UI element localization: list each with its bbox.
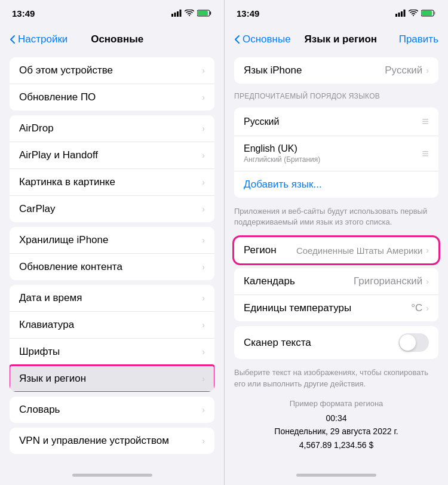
svg-rect-0	[171, 14, 173, 17]
edit-button[interactable]: Править	[391, 33, 438, 45]
chevron-icon: ›	[202, 235, 205, 245]
english-language-row[interactable]: English (UK) Английский (Британия) ≡	[234, 136, 438, 171]
english-lang-subtitle: Английский (Британия)	[244, 155, 422, 164]
region-row[interactable]: Регион Соединенные Штаты Америки ›	[234, 237, 438, 263]
svg-rect-3	[180, 10, 182, 17]
svg-rect-13	[434, 12, 435, 15]
chevron-icon: ›	[426, 277, 429, 286]
home-bar	[72, 474, 152, 477]
drag-handle-icon[interactable]: ≡	[422, 147, 429, 161]
airplay-handoff-row[interactable]: AirPlay и Handoff ›	[10, 142, 214, 169]
left-home-indicator	[0, 465, 224, 485]
chevron-icon: ›	[202, 151, 205, 160]
format-numbers: 4,567.89 1,234.56 $	[234, 438, 438, 452]
about-device-row[interactable]: Об этом устройстве ›	[10, 57, 214, 84]
back-chevron-icon	[234, 35, 240, 44]
dictionary-row[interactable]: Словарь ›	[10, 397, 214, 423]
left-status-icons	[171, 10, 212, 17]
left-page-title: Основные	[67, 33, 167, 45]
language-region-row[interactable]: Язык и регион ›	[10, 366, 214, 392]
chevron-icon: ›	[202, 124, 205, 133]
region-group: Регион Соединенные Штаты Америки ›	[234, 237, 438, 263]
settings-group-4: Дата и время › Клавиатура › Шрифты › Язы…	[10, 285, 214, 392]
right-content: Язык iPhone Русский › ПРЕДПОЧИТАЕМЫЙ ПОР…	[225, 53, 448, 465]
vpn-device-management-row[interactable]: VPN и управление устройством ›	[10, 428, 214, 454]
wifi-icon	[409, 10, 418, 17]
chevron-icon: ›	[202, 262, 205, 272]
date-time-row[interactable]: Дата и время ›	[10, 285, 214, 312]
chevron-icon: ›	[202, 374, 205, 383]
format-time: 00:34	[234, 412, 438, 425]
fonts-row[interactable]: Шрифты ›	[10, 339, 214, 366]
russian-language-row[interactable]: Русский ≡	[234, 108, 438, 136]
iphone-language-group: Язык iPhone Русский ›	[234, 57, 438, 84]
iphone-language-row[interactable]: Язык iPhone Русский ›	[234, 57, 438, 84]
chevron-icon: ›	[202, 66, 205, 75]
text-scanner-toggle[interactable]	[398, 333, 429, 352]
chevron-icon: ›	[202, 436, 205, 446]
settings-group-6: VPN и управление устройством ›	[10, 428, 214, 454]
right-time: 13:49	[237, 8, 259, 19]
home-bar	[296, 474, 376, 477]
right-back-button[interactable]: Основные	[234, 33, 291, 45]
left-nav-bar: Настройки Основные	[0, 26, 224, 53]
left-back-button[interactable]: Настройки	[10, 33, 67, 45]
svg-rect-7	[395, 14, 397, 17]
format-example-section: Пример формата региона 00:34 Понедельник…	[225, 394, 448, 461]
chevron-icon: ›	[202, 204, 205, 214]
svg-rect-12	[422, 11, 432, 16]
format-example-title: Пример формата региона	[234, 399, 438, 408]
airdrop-row[interactable]: AirDrop ›	[10, 115, 214, 142]
text-scanner-group: Сканер текста	[234, 326, 438, 359]
signal-icon	[171, 10, 182, 17]
temperature-row[interactable]: Единицы температуры °C ›	[234, 295, 438, 321]
settings-group-1: Об этом устройстве › Обновление ПО ›	[10, 57, 214, 110]
left-status-bar: 13:49	[0, 0, 224, 26]
drag-handle-icon[interactable]: ≡	[422, 115, 429, 128]
toggle-knob	[400, 334, 416, 351]
right-page-title: Язык и регион	[291, 33, 391, 45]
russian-lang-name: Русский	[244, 116, 422, 127]
svg-rect-10	[404, 10, 406, 17]
battery-icon	[421, 10, 436, 17]
calendar-row[interactable]: Календарь Григорианский ›	[234, 268, 438, 295]
right-home-indicator	[225, 465, 448, 485]
keyboard-row[interactable]: Клавиатура ›	[10, 312, 214, 339]
svg-rect-9	[401, 11, 403, 17]
chevron-icon: ›	[202, 177, 205, 187]
picture-in-picture-row[interactable]: Картинка в картинке ›	[10, 169, 214, 196]
settings-group-3: Хранилище iPhone › Обновление контента ›	[10, 227, 214, 280]
english-lang-name: English (UK)	[244, 143, 422, 154]
format-date: Понедельник, 29 августа 2022 г.	[234, 425, 438, 438]
text-scanner-footer: Выберите текст на изображениях, чтобы ск…	[225, 364, 448, 394]
content-update-row[interactable]: Обновление контента ›	[10, 254, 214, 280]
calendar-group: Календарь Григорианский › Единицы темпер…	[234, 268, 438, 321]
svg-rect-1	[174, 13, 176, 17]
chevron-icon: ›	[202, 405, 205, 415]
chevron-icon: ›	[426, 66, 429, 75]
text-scanner-row: Сканер текста	[234, 326, 438, 359]
iphone-storage-row[interactable]: Хранилище iPhone ›	[10, 227, 214, 254]
svg-rect-2	[177, 11, 179, 17]
signal-icon	[395, 10, 406, 17]
chevron-icon: ›	[202, 293, 205, 303]
svg-rect-6	[210, 12, 211, 15]
back-chevron-icon	[10, 35, 16, 44]
software-update-row[interactable]: Обновление ПО ›	[10, 84, 214, 110]
svg-rect-8	[398, 13, 400, 17]
chevron-icon: ›	[202, 93, 205, 102]
left-screen: 13:49	[0, 0, 224, 485]
settings-group-2: AirDrop › AirPlay и Handoff › Картинка в…	[10, 115, 214, 222]
chevron-icon: ›	[202, 320, 205, 330]
right-screen: 13:49	[224, 0, 448, 485]
settings-group-5: Словарь ›	[10, 397, 214, 423]
format-example-values: 00:34 Понедельник, 29 августа 2022 г. 4,…	[234, 412, 438, 452]
chevron-icon: ›	[426, 245, 429, 255]
region-highlight-wrapper: Регион Соединенные Штаты Америки ›	[234, 237, 438, 263]
carplay-row[interactable]: CarPlay ›	[10, 196, 214, 222]
add-language-row[interactable]: Добавить язык...	[234, 171, 438, 198]
svg-rect-5	[198, 11, 208, 16]
chevron-icon: ›	[426, 303, 429, 313]
languages-section-header: ПРЕДПОЧИТАЕМЫЙ ПОРЯДОК ЯЗЫКОВ	[225, 88, 448, 103]
right-nav-bar: Основные Язык и регион Править	[225, 26, 448, 53]
